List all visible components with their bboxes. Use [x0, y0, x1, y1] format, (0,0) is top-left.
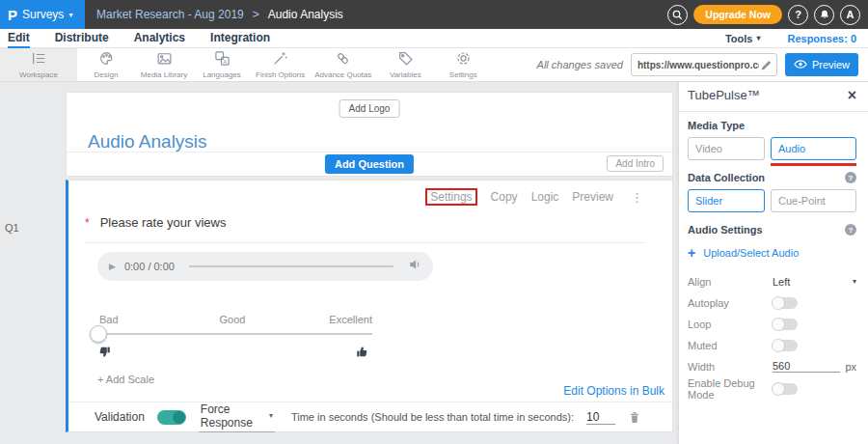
responses-count[interactable]: Responses: 0: [787, 33, 856, 44]
help-button[interactable]: ?: [788, 5, 808, 25]
save-status: All changes saved: [537, 59, 623, 70]
question-title-field[interactable]: * Please rate your views: [85, 215, 645, 243]
toolbar-item-media-library[interactable]: Media Library: [135, 48, 193, 81]
magic-wand-icon: [272, 50, 288, 69]
survey-toolbar: Workspace Design Media Library A Languag…: [0, 48, 868, 82]
player-seek-bar[interactable]: [189, 265, 393, 267]
survey-header-footer: Add Question Add Intro: [67, 152, 672, 176]
muted-toggle[interactable]: [773, 340, 798, 351]
survey-title[interactable]: Audio Analysis: [88, 131, 207, 153]
toolbar-item-label: Design: [95, 70, 119, 79]
preview-label: Preview: [812, 59, 850, 70]
more-options-icon[interactable]: ⋮: [631, 190, 643, 205]
toolbar-right: All changes saved Preview: [537, 48, 868, 81]
chevron-down-icon: ▾: [756, 34, 760, 42]
tab-distribute[interactable]: Distribute: [55, 29, 109, 48]
toolbar-item-settings[interactable]: Settings: [434, 48, 492, 81]
chevron-down-icon[interactable]: ▾: [853, 277, 856, 286]
tools-menu[interactable]: Tools▾: [725, 33, 761, 44]
toolbar-item-variables[interactable]: Variables: [376, 48, 434, 81]
account-avatar[interactable]: A: [840, 5, 860, 25]
question-title-text: Please rate your views: [100, 215, 227, 230]
add-scale-link[interactable]: + Add Scale: [97, 374, 154, 385]
tab-edit[interactable]: Edit: [8, 29, 30, 48]
autoplay-row: Autoplay: [688, 295, 856, 310]
audio-settings-section-header: Audio Settings ?: [688, 224, 856, 236]
notifications-bell-icon[interactable]: [814, 5, 834, 25]
player-time: 0:00 / 0:00: [124, 261, 175, 272]
tab-integration[interactable]: Integration: [210, 29, 270, 48]
upgrade-now-button[interactable]: Upgrade Now: [693, 5, 782, 24]
rating-slider-handle[interactable]: [90, 325, 107, 343]
chevron-down-icon: ▾: [68, 11, 72, 19]
autoplay-toggle[interactable]: [773, 297, 798, 309]
media-type-audio-button[interactable]: Audio: [771, 137, 856, 160]
add-question-button[interactable]: Add Question: [325, 154, 414, 174]
validation-mode-dropdown[interactable]: Force Response ▾: [199, 402, 275, 432]
rating-slider-track[interactable]: [93, 333, 372, 335]
survey-header-card: Add Logo Audio Analysis Add Question Add…: [66, 92, 673, 177]
toolbar-item-languages[interactable]: A Languages: [193, 48, 251, 81]
data-collection-options: Slider Cue-Point: [688, 189, 856, 212]
toggle-knob: [173, 411, 185, 424]
toolbar-item-finish-options[interactable]: Finish Options: [251, 48, 310, 81]
edit-options-in-bulk-link[interactable]: Edit Options in Bulk: [563, 384, 665, 398]
toolbar-item-label: Settings: [449, 70, 477, 79]
panel-header: TubePulse™ ×: [688, 88, 856, 102]
question-copy-action[interactable]: Copy: [491, 190, 518, 204]
toggle-knob: [772, 382, 785, 396]
data-collection-slider-button[interactable]: Slider: [688, 189, 765, 212]
breadcrumb-folder[interactable]: Market Research - Aug 2019: [96, 8, 244, 21]
debug-mode-toggle[interactable]: [773, 383, 798, 395]
volume-icon[interactable]: [408, 258, 421, 275]
help-icon[interactable]: ?: [845, 224, 856, 236]
close-icon[interactable]: ×: [848, 89, 856, 102]
width-label: Width: [688, 361, 773, 373]
edit-url-pencil-icon[interactable]: [759, 58, 773, 76]
svg-text:A: A: [223, 59, 227, 65]
gear-icon: [455, 50, 472, 69]
scale-label-good: Good: [220, 314, 246, 325]
add-intro-button[interactable]: Add Intro: [607, 155, 664, 172]
question-preview-action[interactable]: Preview: [572, 190, 613, 204]
validation-label: Validation: [95, 410, 145, 424]
data-collection-cue-point-button[interactable]: Cue-Point: [771, 189, 856, 212]
width-input[interactable]: [773, 360, 840, 373]
search-icon[interactable]: [667, 5, 688, 25]
media-type-section-header: Media Type: [688, 120, 856, 131]
thumbs-up-icon: [356, 345, 368, 362]
upload-select-audio-link[interactable]: + Upload/Select Audio: [688, 247, 799, 259]
toolbar-item-advance-quotas[interactable]: Advance Quotas: [310, 48, 376, 81]
toolbar-item-workspace[interactable]: Workspace: [0, 48, 77, 81]
scale-labels: Bad Good Excellent: [93, 314, 372, 326]
required-asterisk: *: [85, 216, 90, 230]
toolbar-item-design[interactable]: Design: [77, 48, 135, 81]
question-number-label: Q1: [5, 222, 19, 234]
play-icon[interactable]: ▶: [109, 262, 116, 271]
preview-button[interactable]: Preview: [785, 53, 858, 76]
loop-toggle[interactable]: [773, 319, 798, 330]
question-settings-action[interactable]: Settings: [425, 188, 476, 206]
survey-url-input[interactable]: [637, 60, 759, 70]
delete-question-trash-icon[interactable]: [628, 410, 641, 425]
toolbar-item-label: Finish Options: [256, 70, 305, 79]
time-in-seconds-label: Time in seconds (Should be less than tot…: [291, 411, 574, 423]
validation-toggle[interactable]: [157, 410, 186, 425]
tab-analytics[interactable]: Analytics: [134, 29, 185, 48]
surveys-menu[interactable]: P Surveys ▾: [0, 0, 85, 29]
media-type-video-button[interactable]: Video: [688, 137, 765, 160]
plus-icon: +: [688, 248, 695, 259]
question-logic-action[interactable]: Logic: [531, 190, 559, 204]
time-in-seconds-input[interactable]: [586, 410, 615, 425]
workspace-icon: [31, 50, 47, 69]
question-card: Settings Copy Logic Preview ⋮ * Please r…: [66, 180, 673, 432]
add-logo-button[interactable]: Add Logo: [339, 99, 400, 118]
breadcrumb-separator: >: [253, 8, 259, 21]
toolbar-item-label: Advance Quotas: [314, 70, 371, 79]
help-icon[interactable]: ?: [845, 172, 856, 183]
align-select-value[interactable]: Left: [773, 276, 790, 288]
toolbar-item-label: Media Library: [141, 70, 187, 79]
translate-icon: A: [214, 50, 231, 69]
main-area: Q1 Add Logo Audio Analysis Add Question …: [0, 82, 868, 444]
validation-row: Validation Force Response ▾ Time in seco…: [68, 402, 672, 431]
